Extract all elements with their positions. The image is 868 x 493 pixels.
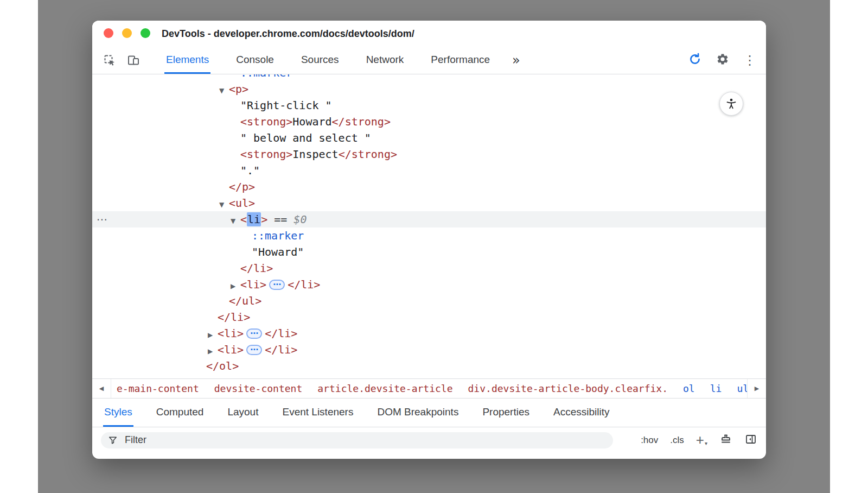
toggle-sidebar-button[interactable] <box>744 433 757 448</box>
chevron-right-icon: ▶ <box>755 385 759 392</box>
breadcrumb-bar: ◀ e-main-contentdevsite-contentarticle.d… <box>92 378 766 399</box>
tree-node-text: Howard <box>292 115 331 128</box>
zoom-traffic-light[interactable] <box>141 28 150 38</box>
tree-row[interactable]: </p> <box>92 179 766 195</box>
dom-tree-panel: ::marker▼<p>"Right-click "<strong>Howard… <box>92 74 766 378</box>
breadcrumb-next-button[interactable]: ▶ <box>747 379 766 398</box>
filter-input[interactable] <box>124 434 607 446</box>
tree-row[interactable]: ▶<li>⋯</li> <box>92 342 766 358</box>
selected-tag-name: li <box>247 212 261 226</box>
filter-field[interactable] <box>101 432 613 448</box>
accessibility-button[interactable] <box>719 92 743 116</box>
expand-arrow-icon[interactable]: ▼ <box>219 83 229 99</box>
tree-row[interactable]: "Howard" <box>92 244 766 260</box>
breadcrumb-item[interactable]: div.devsite-article-body.clearfix. <box>468 383 668 394</box>
chevron-left-icon: ◀ <box>99 385 104 392</box>
close-traffic-light[interactable] <box>104 28 113 38</box>
breadcrumb-item[interactable]: ol <box>683 383 695 394</box>
sidebar-tab-event-listeners[interactable]: Event Listeners <box>281 399 354 427</box>
tree-row[interactable]: </li> <box>92 260 766 276</box>
breadcrumb-item[interactable]: ul <box>737 383 747 394</box>
sync-button[interactable] <box>688 52 702 68</box>
tree-node-text: ::marker <box>240 74 292 79</box>
tree-row[interactable]: </ul> <box>92 293 766 309</box>
sidebar-tab-computed[interactable]: Computed <box>155 399 205 427</box>
tree-row[interactable]: ⋯▼<li> == $0 <box>92 211 766 227</box>
tree-node-text: <strong> <box>240 148 292 161</box>
collapse-arrow-icon[interactable]: ▶ <box>208 343 218 359</box>
tree-node-text: <strong> <box>240 115 292 128</box>
new-style-rule-button[interactable]: + ▾ <box>696 434 707 446</box>
tree-node-text: </strong> <box>332 115 391 128</box>
toggle-element-state-button[interactable]: :hov <box>641 435 658 446</box>
double-chevron-icon: » <box>512 53 520 68</box>
inspect-element-button[interactable] <box>103 54 116 67</box>
breadcrumb-item[interactable]: li <box>710 383 722 394</box>
tree-node-text: " below and select " <box>240 131 371 144</box>
tree-row[interactable]: " below and select " <box>92 130 766 146</box>
tree-row[interactable]: ::marker <box>92 227 766 244</box>
tree-row[interactable]: </ol> <box>92 358 766 374</box>
stamp-icon <box>719 433 732 446</box>
collapse-arrow-icon[interactable]: ▶ <box>208 327 218 343</box>
kebab-menu-icon[interactable]: ⋮ <box>743 54 756 67</box>
tree-row[interactable]: </li> <box>92 309 766 325</box>
settings-button[interactable] <box>716 53 729 68</box>
tab-network[interactable]: Network <box>365 47 406 74</box>
tab-sources[interactable]: Sources <box>299 47 341 74</box>
tree-row[interactable]: <strong>Inspect</strong> <box>92 146 766 162</box>
tree-row[interactable]: ▶<li>⋯</li> <box>92 325 766 342</box>
tree-node-text: == <box>267 213 293 226</box>
breadcrumb: e-main-contentdevsite-contentarticle.dev… <box>111 381 747 396</box>
tree-node-text: <li> <box>218 327 244 340</box>
tree-row[interactable]: "Right-click " <box>92 97 766 113</box>
title-bar: DevTools - developer.chrome.com/docs/dev… <box>92 21 766 47</box>
tree-node-text: </ul> <box>229 294 261 307</box>
tree-row[interactable]: "." <box>92 162 766 179</box>
inline-expand-button[interactable]: ⋯ <box>269 280 285 290</box>
chevron-down-icon: ▾ <box>705 440 707 446</box>
sidebar-tab-accessibility[interactable]: Accessibility <box>552 399 610 427</box>
more-tabs-button[interactable]: » <box>512 47 520 74</box>
inline-expand-button[interactable]: ⋯ <box>246 345 262 355</box>
tree-row[interactable]: ::marker <box>92 74 766 81</box>
minimize-traffic-light[interactable] <box>122 28 132 38</box>
tree-node-text: </li> <box>288 278 320 291</box>
tree-node-text: <li> <box>218 343 244 356</box>
tree-row[interactable]: ▼<p> <box>92 81 766 97</box>
tree-node-text: "Howard" <box>252 245 304 258</box>
breadcrumb-item[interactable]: e-main-content <box>117 383 199 394</box>
device-toolbar-icon <box>127 54 140 67</box>
sync-icon <box>688 52 702 66</box>
sidebar-tab-styles[interactable]: Styles <box>103 399 133 427</box>
tree-node-text: </strong> <box>339 148 397 161</box>
tree-node-text: </li> <box>240 262 273 275</box>
tab-elements[interactable]: Elements <box>164 47 210 74</box>
tree-row[interactable]: <strong>Howard</strong> <box>92 113 766 130</box>
breadcrumb-prev-button[interactable]: ◀ <box>92 379 111 398</box>
breadcrumb-item[interactable]: article.devsite-article <box>317 383 452 394</box>
tree-node-text: "Right-click " <box>240 99 332 112</box>
tree-node-text: "." <box>240 164 260 177</box>
sidebar-tab-layout[interactable]: Layout <box>226 399 259 427</box>
rendering-emulation-button[interactable] <box>719 433 732 448</box>
breadcrumb-item[interactable]: devsite-content <box>214 383 303 394</box>
more-actions-icon[interactable]: ⋯ <box>97 211 107 227</box>
tab-console[interactable]: Console <box>234 47 276 74</box>
tree-node-text: <p> <box>229 83 248 96</box>
tree-node-text: <li> <box>240 278 266 291</box>
inline-expand-button[interactable]: ⋯ <box>246 328 262 339</box>
collapse-arrow-icon[interactable]: ▶ <box>231 278 240 294</box>
sidebar-tab-dom-breakpoints[interactable]: DOM Breakpoints <box>376 399 459 427</box>
expand-arrow-icon[interactable]: ▼ <box>219 197 229 213</box>
device-toolbar-button[interactable] <box>127 54 140 67</box>
accessibility-icon <box>725 97 738 110</box>
devtools-window: DevTools - developer.chrome.com/docs/dev… <box>92 21 766 459</box>
tree-row[interactable]: ▼<ul> <box>92 195 766 211</box>
tab-performance[interactable]: Performance <box>429 47 492 74</box>
element-classes-button[interactable]: .cls <box>670 435 684 446</box>
sidebar-tab-properties[interactable]: Properties <box>481 399 531 427</box>
expand-arrow-icon[interactable]: ▼ <box>231 213 240 229</box>
tree-row[interactable]: ▶<li>⋯</li> <box>92 276 766 293</box>
settings-gear-icon <box>716 53 729 66</box>
